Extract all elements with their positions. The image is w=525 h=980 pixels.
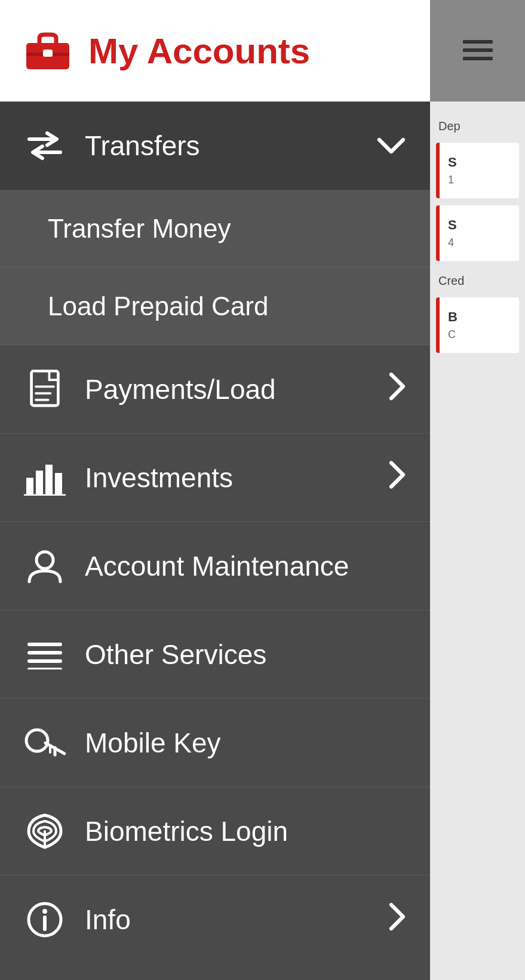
info-icon	[24, 902, 66, 938]
transfers-icon	[24, 131, 66, 161]
card2-label: S	[448, 217, 511, 233]
payments-chevron	[388, 371, 406, 407]
account-card-3[interactable]: B C	[436, 297, 519, 353]
account-maintenance-icon	[24, 548, 66, 584]
svg-rect-12	[55, 473, 62, 494]
card1-sub: 1	[448, 174, 511, 186]
page-title: My Accounts	[88, 30, 310, 72]
right-header[interactable]	[430, 0, 525, 102]
svg-point-14	[36, 552, 53, 569]
menu-item-biometrics[interactable]: Biometrics Login	[0, 787, 430, 875]
investments-icon	[24, 460, 66, 496]
card1-label: S	[448, 155, 511, 170]
menu-item-transfers[interactable]: Transfers	[0, 102, 430, 190]
info-label: Info	[85, 904, 388, 936]
svg-point-19	[26, 730, 48, 751]
card3-label: B	[448, 309, 511, 325]
other-services-label: Other Services	[85, 638, 406, 671]
menu-item-other-services[interactable]: Other Services	[0, 610, 430, 699]
card2-sub: 4	[448, 236, 511, 249]
menu-item-info[interactable]: Info	[0, 875, 430, 964]
account-card-2[interactable]: S 4	[436, 205, 519, 261]
svg-rect-11	[45, 465, 53, 494]
transfers-label: Transfers	[85, 130, 376, 162]
account-maintenance-label: Account Maintenance	[85, 550, 406, 582]
investments-label: Investments	[85, 462, 388, 494]
transfers-chevron	[376, 131, 406, 161]
deposit-section-label: Dep	[436, 113, 519, 136]
payments-label: Payments/Load	[85, 373, 388, 405]
menu-item-mobile-key[interactable]: Mobile Key	[0, 699, 430, 787]
svg-rect-2	[43, 50, 53, 57]
card3-sub: C	[448, 328, 511, 341]
sub-item-load-prepaid-card[interactable]: Load Prepaid Card	[0, 268, 430, 345]
sub-item-transfer-money[interactable]: Transfer Money	[0, 190, 430, 268]
svg-rect-10	[36, 471, 43, 494]
transfer-money-label: Transfer Money	[48, 214, 231, 244]
credit-section-label: Cred	[436, 268, 519, 290]
investments-chevron	[388, 460, 406, 496]
info-chevron	[388, 902, 406, 938]
menu-item-account-maintenance[interactable]: Account Maintenance	[0, 522, 430, 610]
svg-rect-9	[26, 478, 33, 494]
biometrics-icon	[24, 810, 66, 852]
svg-point-25	[42, 909, 47, 914]
drawer-header: My Accounts	[0, 0, 430, 102]
other-services-icon	[24, 640, 66, 669]
mobile-key-label: Mobile Key	[85, 727, 406, 759]
menu-item-investments[interactable]: Investments	[0, 434, 430, 522]
accounts-content: Dep S 1 S 4 Cred B C	[430, 102, 525, 980]
menu-list: Transfers Transfer Money Load Prepaid Ca…	[0, 102, 430, 980]
hamburger-icon[interactable]	[463, 36, 493, 66]
right-panel-peek: Dep S 1 S 4 Cred B C	[430, 0, 525, 980]
menu-item-payments[interactable]: Payments/Load	[0, 345, 430, 434]
briefcase-icon	[24, 30, 72, 72]
payments-icon	[24, 370, 66, 409]
load-prepaid-card-label: Load Prepaid Card	[48, 291, 268, 321]
navigation-drawer: My Accounts Transfers	[0, 0, 430, 980]
biometrics-label: Biometrics Login	[85, 815, 406, 847]
account-card-1[interactable]: S 1	[436, 143, 519, 198]
mobile-key-icon	[24, 725, 66, 761]
